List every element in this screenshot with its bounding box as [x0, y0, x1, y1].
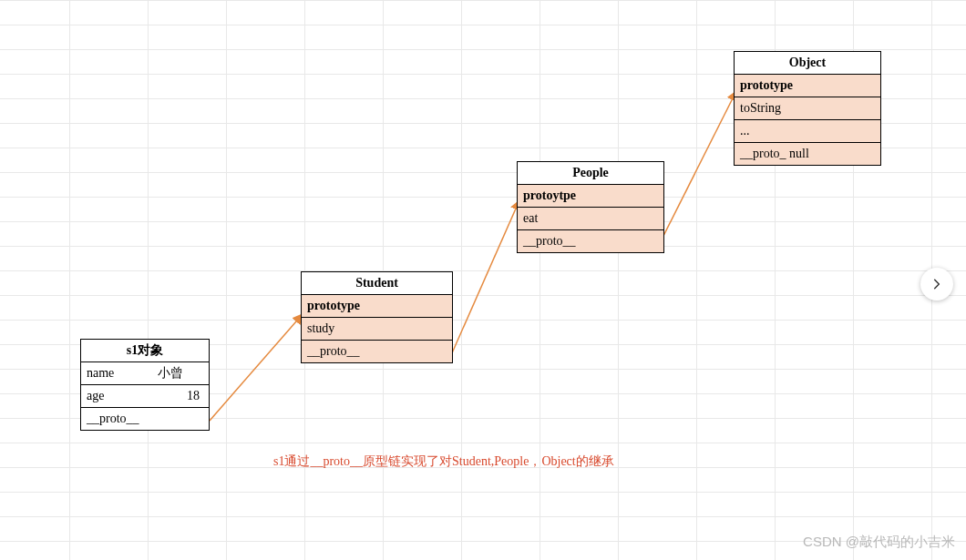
people-proto: __proto__ [518, 230, 663, 252]
object-box: Object prototype toString ... __proto_ n… [734, 51, 881, 166]
next-button[interactable] [920, 268, 953, 300]
student-prototype-label: prototype [302, 295, 452, 318]
s1-age-row: age 18 [81, 385, 209, 408]
s1-title: s1对象 [81, 340, 209, 362]
s1-proto-row: __proto__ [81, 408, 209, 430]
people-prototype-label: protoytpe [518, 185, 663, 208]
object-proto: __proto_ null [735, 143, 880, 165]
people-method: eat [518, 208, 663, 230]
student-box: Student prototype study __proto__ [301, 271, 453, 363]
diagram-caption: s1通过__proto__原型链实现了对Student,People，Objec… [273, 453, 614, 470]
s1-name-val: 小曾 [137, 364, 203, 382]
object-method: toString [735, 97, 880, 120]
s1-object-box: s1对象 name 小曾 age 18 __proto__ [80, 339, 210, 431]
s1-name-key: name [87, 364, 137, 382]
people-title: People [518, 162, 663, 185]
chevron-right-icon [930, 278, 943, 290]
object-ellipsis: ... [735, 120, 880, 143]
student-title: Student [302, 272, 452, 295]
s1-age-val: 18 [137, 387, 203, 405]
people-box: People protoytpe eat __proto__ [517, 161, 664, 253]
watermark: CSDN @敲代码的小吉米 [803, 534, 955, 551]
s1-name-row: name 小曾 [81, 362, 209, 385]
student-method: study [302, 318, 452, 341]
object-prototype-label: prototype [735, 75, 880, 97]
s1-age-key: age [87, 387, 137, 405]
object-title: Object [735, 52, 880, 75]
student-proto: __proto__ [302, 341, 452, 362]
